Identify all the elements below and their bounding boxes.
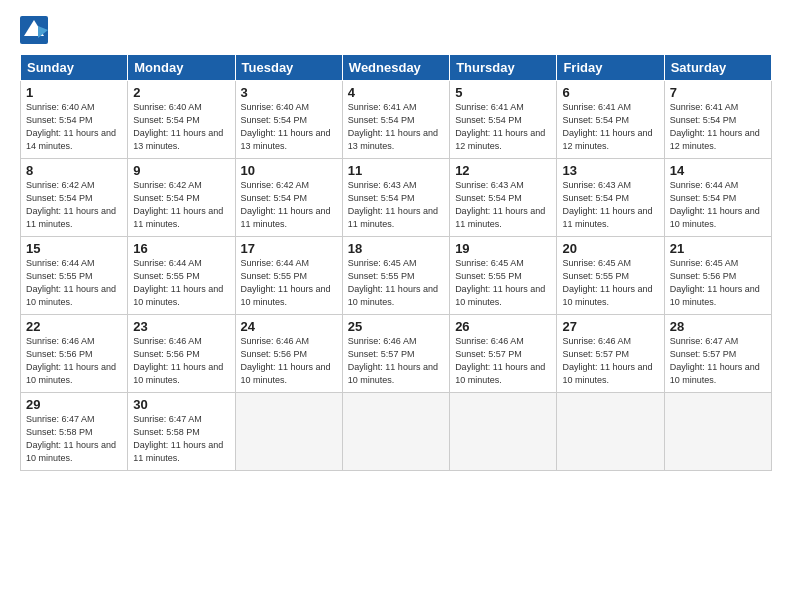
calendar-table: SundayMondayTuesdayWednesdayThursdayFrid… (20, 54, 772, 471)
calendar-cell: 17 Sunrise: 6:44 AMSunset: 5:55 PMDaylig… (235, 237, 342, 315)
calendar-cell: 24 Sunrise: 6:46 AMSunset: 5:56 PMDaylig… (235, 315, 342, 393)
day-number: 8 (26, 163, 122, 178)
calendar-cell: 16 Sunrise: 6:44 AMSunset: 5:55 PMDaylig… (128, 237, 235, 315)
day-number: 25 (348, 319, 444, 334)
day-info: Sunrise: 6:44 AMSunset: 5:55 PMDaylight:… (26, 258, 116, 307)
day-number: 21 (670, 241, 766, 256)
col-header-sunday: Sunday (21, 55, 128, 81)
day-info: Sunrise: 6:43 AMSunset: 5:54 PMDaylight:… (455, 180, 545, 229)
calendar-cell: 30 Sunrise: 6:47 AMSunset: 5:58 PMDaylig… (128, 393, 235, 471)
day-number: 19 (455, 241, 551, 256)
day-number: 1 (26, 85, 122, 100)
day-number: 27 (562, 319, 658, 334)
day-number: 16 (133, 241, 229, 256)
calendar-cell: 14 Sunrise: 6:44 AMSunset: 5:54 PMDaylig… (664, 159, 771, 237)
day-number: 4 (348, 85, 444, 100)
day-info: Sunrise: 6:44 AMSunset: 5:54 PMDaylight:… (670, 180, 760, 229)
day-info: Sunrise: 6:45 AMSunset: 5:56 PMDaylight:… (670, 258, 760, 307)
calendar-cell: 5 Sunrise: 6:41 AMSunset: 5:54 PMDayligh… (450, 81, 557, 159)
day-number: 18 (348, 241, 444, 256)
calendar-cell: 7 Sunrise: 6:41 AMSunset: 5:54 PMDayligh… (664, 81, 771, 159)
day-number: 17 (241, 241, 337, 256)
day-info: Sunrise: 6:47 AMSunset: 5:58 PMDaylight:… (26, 414, 116, 463)
day-number: 9 (133, 163, 229, 178)
calendar-cell: 6 Sunrise: 6:41 AMSunset: 5:54 PMDayligh… (557, 81, 664, 159)
day-number: 29 (26, 397, 122, 412)
day-info: Sunrise: 6:40 AMSunset: 5:54 PMDaylight:… (26, 102, 116, 151)
day-number: 2 (133, 85, 229, 100)
day-info: Sunrise: 6:46 AMSunset: 5:57 PMDaylight:… (455, 336, 545, 385)
calendar-cell: 2 Sunrise: 6:40 AMSunset: 5:54 PMDayligh… (128, 81, 235, 159)
day-info: Sunrise: 6:45 AMSunset: 5:55 PMDaylight:… (348, 258, 438, 307)
day-info: Sunrise: 6:40 AMSunset: 5:54 PMDaylight:… (133, 102, 223, 151)
day-info: Sunrise: 6:42 AMSunset: 5:54 PMDaylight:… (26, 180, 116, 229)
calendar-cell: 9 Sunrise: 6:42 AMSunset: 5:54 PMDayligh… (128, 159, 235, 237)
day-info: Sunrise: 6:45 AMSunset: 5:55 PMDaylight:… (562, 258, 652, 307)
day-info: Sunrise: 6:43 AMSunset: 5:54 PMDaylight:… (562, 180, 652, 229)
day-info: Sunrise: 6:40 AMSunset: 5:54 PMDaylight:… (241, 102, 331, 151)
day-number: 26 (455, 319, 551, 334)
calendar-cell: 3 Sunrise: 6:40 AMSunset: 5:54 PMDayligh… (235, 81, 342, 159)
calendar-cell: 12 Sunrise: 6:43 AMSunset: 5:54 PMDaylig… (450, 159, 557, 237)
calendar-cell: 29 Sunrise: 6:47 AMSunset: 5:58 PMDaylig… (21, 393, 128, 471)
logo (20, 16, 52, 44)
day-number: 3 (241, 85, 337, 100)
day-number: 24 (241, 319, 337, 334)
calendar-cell: 4 Sunrise: 6:41 AMSunset: 5:54 PMDayligh… (342, 81, 449, 159)
day-number: 23 (133, 319, 229, 334)
day-number: 13 (562, 163, 658, 178)
day-info: Sunrise: 6:41 AMSunset: 5:54 PMDaylight:… (562, 102, 652, 151)
calendar-cell: 28 Sunrise: 6:47 AMSunset: 5:57 PMDaylig… (664, 315, 771, 393)
day-number: 30 (133, 397, 229, 412)
calendar-cell: 18 Sunrise: 6:45 AMSunset: 5:55 PMDaylig… (342, 237, 449, 315)
day-number: 10 (241, 163, 337, 178)
day-info: Sunrise: 6:41 AMSunset: 5:54 PMDaylight:… (348, 102, 438, 151)
day-info: Sunrise: 6:47 AMSunset: 5:57 PMDaylight:… (670, 336, 760, 385)
day-number: 14 (670, 163, 766, 178)
calendar-cell: 20 Sunrise: 6:45 AMSunset: 5:55 PMDaylig… (557, 237, 664, 315)
day-info: Sunrise: 6:44 AMSunset: 5:55 PMDaylight:… (133, 258, 223, 307)
day-info: Sunrise: 6:41 AMSunset: 5:54 PMDaylight:… (455, 102, 545, 151)
day-info: Sunrise: 6:41 AMSunset: 5:54 PMDaylight:… (670, 102, 760, 151)
day-number: 15 (26, 241, 122, 256)
calendar-cell: 23 Sunrise: 6:46 AMSunset: 5:56 PMDaylig… (128, 315, 235, 393)
calendar-cell: 8 Sunrise: 6:42 AMSunset: 5:54 PMDayligh… (21, 159, 128, 237)
col-header-friday: Friday (557, 55, 664, 81)
calendar-cell: 22 Sunrise: 6:46 AMSunset: 5:56 PMDaylig… (21, 315, 128, 393)
calendar-cell (557, 393, 664, 471)
col-header-saturday: Saturday (664, 55, 771, 81)
day-info: Sunrise: 6:47 AMSunset: 5:58 PMDaylight:… (133, 414, 223, 463)
day-info: Sunrise: 6:46 AMSunset: 5:56 PMDaylight:… (241, 336, 331, 385)
calendar-cell: 11 Sunrise: 6:43 AMSunset: 5:54 PMDaylig… (342, 159, 449, 237)
calendar-cell: 13 Sunrise: 6:43 AMSunset: 5:54 PMDaylig… (557, 159, 664, 237)
logo-icon (20, 16, 48, 44)
day-info: Sunrise: 6:44 AMSunset: 5:55 PMDaylight:… (241, 258, 331, 307)
col-header-thursday: Thursday (450, 55, 557, 81)
calendar-cell: 21 Sunrise: 6:45 AMSunset: 5:56 PMDaylig… (664, 237, 771, 315)
calendar-cell (450, 393, 557, 471)
calendar-cell: 1 Sunrise: 6:40 AMSunset: 5:54 PMDayligh… (21, 81, 128, 159)
day-number: 12 (455, 163, 551, 178)
col-header-monday: Monday (128, 55, 235, 81)
day-number: 6 (562, 85, 658, 100)
day-number: 11 (348, 163, 444, 178)
calendar-cell: 15 Sunrise: 6:44 AMSunset: 5:55 PMDaylig… (21, 237, 128, 315)
col-header-tuesday: Tuesday (235, 55, 342, 81)
day-number: 28 (670, 319, 766, 334)
day-info: Sunrise: 6:42 AMSunset: 5:54 PMDaylight:… (133, 180, 223, 229)
day-info: Sunrise: 6:42 AMSunset: 5:54 PMDaylight:… (241, 180, 331, 229)
calendar-cell (235, 393, 342, 471)
day-info: Sunrise: 6:45 AMSunset: 5:55 PMDaylight:… (455, 258, 545, 307)
day-number: 5 (455, 85, 551, 100)
day-info: Sunrise: 6:46 AMSunset: 5:57 PMDaylight:… (562, 336, 652, 385)
calendar-cell: 27 Sunrise: 6:46 AMSunset: 5:57 PMDaylig… (557, 315, 664, 393)
day-number: 7 (670, 85, 766, 100)
calendar-cell: 26 Sunrise: 6:46 AMSunset: 5:57 PMDaylig… (450, 315, 557, 393)
calendar-cell: 25 Sunrise: 6:46 AMSunset: 5:57 PMDaylig… (342, 315, 449, 393)
calendar-cell (342, 393, 449, 471)
calendar-cell (664, 393, 771, 471)
calendar-cell: 10 Sunrise: 6:42 AMSunset: 5:54 PMDaylig… (235, 159, 342, 237)
col-header-wednesday: Wednesday (342, 55, 449, 81)
day-number: 22 (26, 319, 122, 334)
day-info: Sunrise: 6:46 AMSunset: 5:56 PMDaylight:… (26, 336, 116, 385)
